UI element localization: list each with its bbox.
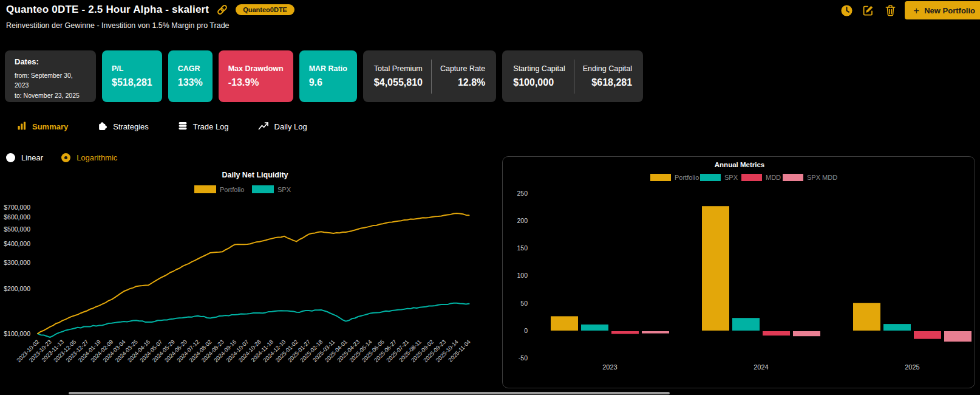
daily-net-liquidity-chart: Daily Net LiquidityPortfolioSPX$100,000$…: [0, 165, 489, 395]
y-tick-label: 150: [517, 244, 528, 252]
metric-card-p-l: P/L $518,281: [102, 50, 162, 102]
metric-card-cagr: CAGR 133%: [168, 50, 213, 102]
tab-label: Strategies: [113, 122, 149, 131]
pair-left: Total Premium $4,055,810: [374, 64, 423, 88]
tab-label: Daily Log: [274, 122, 307, 131]
metric-label: Max Drawdown: [228, 64, 284, 73]
pair-label: Ending Capital: [583, 64, 632, 73]
bar-2024-portfolio: [702, 206, 729, 331]
legend-label-spx: SPX: [724, 174, 738, 181]
radio-dot: [64, 156, 67, 159]
bar-2024-spx: [732, 318, 760, 331]
divider: [431, 60, 432, 94]
metric-label: P/L: [112, 64, 152, 73]
annual-metrics-panel: Annual MetricsPortfolioSPXMDDSPX MDD2502…: [502, 156, 975, 388]
tab-daily-log[interactable]: Daily Log: [258, 121, 307, 132]
pair-label: Total Premium: [374, 64, 423, 73]
legend-swatch-mdd: [741, 174, 762, 181]
x-category-label: 2024: [754, 363, 768, 371]
y-tick-label: $500,000: [4, 225, 30, 233]
pair-left: Starting Capital $100,000: [513, 64, 565, 88]
bar-2023-mdd: [611, 331, 639, 334]
tab-label: Summary: [32, 122, 68, 131]
bar-2025-spx-mdd: [944, 331, 971, 342]
bar-2025-mdd: [914, 331, 941, 339]
metric-card-mar-ratio: MAR Ratio 9.6: [299, 50, 357, 102]
portfolio-badge[interactable]: Quanteo0DTE: [236, 4, 294, 15]
y-tick-label: $300,000: [4, 259, 30, 266]
legend-swatch-portfolio: [650, 174, 671, 181]
tab-summary[interactable]: Summary: [17, 121, 68, 132]
tab-trade-log[interactable]: Trade Log: [178, 121, 229, 132]
line-series-spx: [38, 303, 469, 337]
edit-icon[interactable]: [861, 3, 876, 18]
bar-2024-mdd: [763, 331, 790, 335]
pair-label: Starting Capital: [513, 64, 565, 73]
divider: [574, 60, 574, 94]
y-tick-label: $600,000: [4, 213, 30, 221]
legend-swatch-spx: [252, 185, 274, 193]
tab-bar: Summary Strategies Trade Log Daily Log: [17, 120, 307, 132]
pair-value: 12.8%: [440, 77, 485, 88]
legend-swatch-spx-mdd: [783, 174, 803, 181]
metric-card-max-drawdown: Max Drawdown -13.9%: [219, 50, 293, 102]
legend-label-spx-mdd: SPX MDD: [807, 174, 837, 181]
bar-2025-portfolio: [853, 303, 880, 331]
dates-label: Dates:: [15, 57, 86, 66]
metric-label: CAGR: [178, 64, 203, 73]
trend-icon: [258, 121, 269, 132]
pair-card-total-premium: Total Premium $4,055,810 Capture Rate 12…: [363, 50, 496, 102]
bar-chart-icon: [17, 121, 27, 132]
radio-label: Logarithmic: [77, 153, 117, 162]
history-clock-icon[interactable]: [839, 3, 854, 18]
pair-value: $100,000: [513, 77, 565, 88]
page-subtitle: Reinvestition der Gewinne - Investition …: [6, 21, 294, 30]
line-series-portfolio: [38, 213, 469, 334]
y-tick-label: -50: [519, 354, 528, 362]
plus-icon: +: [913, 5, 919, 16]
link-icon[interactable]: [215, 2, 230, 17]
stack-icon: [178, 121, 188, 132]
pair-right: Capture Rate 12.8%: [440, 64, 485, 88]
bar-2024-spx-mdd: [793, 331, 820, 336]
bar-2023-portfolio: [551, 316, 578, 331]
metric-value: 9.6: [309, 77, 347, 88]
chart-title: Daily Net Liquidity: [222, 171, 288, 179]
metric-label: MAR Ratio: [309, 64, 347, 73]
new-portfolio-label: New Portfolio: [924, 6, 975, 15]
x-category-label: 2023: [602, 363, 617, 371]
y-tick-label: $100,000: [4, 330, 30, 337]
y-tick-label: 200: [517, 217, 528, 224]
y-tick-label: 250: [517, 190, 528, 197]
y-tick-label: $200,000: [4, 285, 30, 292]
radio-logarithmic[interactable]: Logarithmic: [61, 153, 117, 162]
bar-2023-spx-mdd: [642, 331, 669, 334]
y-tick-label: $400,000: [4, 240, 30, 247]
stats-row: Dates: from: September 30, 2023 to: Nove…: [5, 50, 643, 102]
chart-title: Annual Metrics: [715, 161, 764, 168]
page-title: Quanteo 0DTE - 2.5 Hour Alpha - skaliert: [6, 4, 209, 16]
metric-value: -13.9%: [228, 77, 284, 88]
legend-label-portfolio: Portfolio: [220, 186, 244, 193]
radio-unselected-icon: [6, 153, 15, 162]
legend-label-mdd: MDD: [766, 174, 781, 181]
pair-right: Ending Capital $618,281: [583, 64, 632, 88]
radio-linear[interactable]: Linear: [6, 153, 43, 162]
delete-trash-icon[interactable]: [883, 3, 897, 18]
y-tick-label: 100: [517, 272, 528, 279]
y-tick-label: 0: [524, 327, 528, 334]
y-tick-label: $700,000: [4, 204, 30, 211]
bar-2025-spx: [883, 324, 911, 331]
header: Quanteo 0DTE - 2.5 Hour Alpha - skaliert…: [6, 2, 294, 30]
radio-selected-icon: [61, 153, 70, 162]
new-portfolio-button[interactable]: + New Portfolio: [905, 1, 980, 19]
metric-value: $518,281: [112, 77, 152, 88]
dates-to: to: November 23, 2025: [15, 91, 86, 100]
tab-strategies[interactable]: Strategies: [97, 120, 149, 132]
horizontal-scrollbar[interactable]: [69, 392, 670, 394]
scale-toggle: LinearLogarithmic: [6, 153, 117, 162]
dates-card: Dates: from: September 30, 2023 to: Nove…: [5, 50, 96, 102]
x-category-label: 2025: [905, 363, 919, 371]
dates-from: from: September 30, 2023: [15, 70, 86, 91]
header-actions: + New Portfolio: [839, 1, 980, 19]
